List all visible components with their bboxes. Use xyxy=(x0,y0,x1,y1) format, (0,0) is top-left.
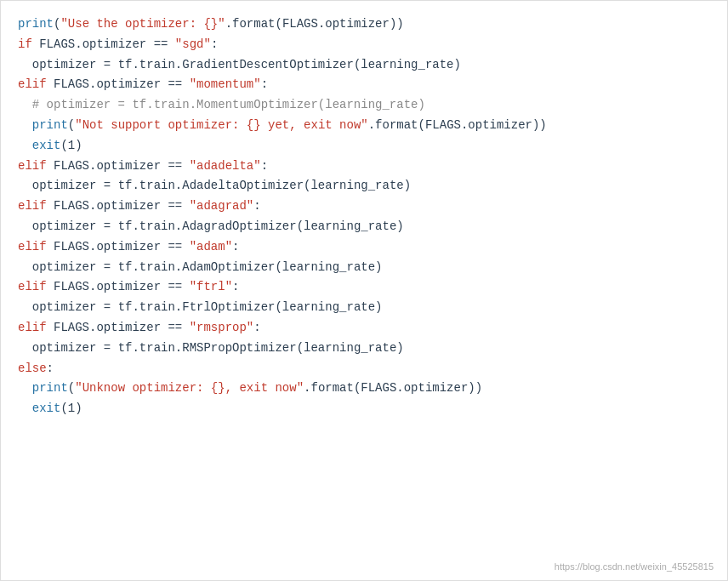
code-line-8: elif FLAGS.optimizer == "adadelta": xyxy=(18,157,710,177)
code-line-10: elif FLAGS.optimizer == "adagrad": xyxy=(18,197,710,217)
code-line-16: elif FLAGS.optimizer == "rmsprop": xyxy=(18,318,710,339)
code-line-18: else: xyxy=(18,359,710,379)
code-line-3: optimizer = tf.train.GradientDescentOpti… xyxy=(18,55,710,76)
code-line-19: print("Unknow optimizer: {}, exit now".f… xyxy=(18,379,710,399)
watermark: https://blog.csdn.net/weixin_45525815 xyxy=(555,561,714,572)
code-line-9: optimizer = tf.train.AdadeltaOptimizer(l… xyxy=(18,176,710,197)
code-line-2: if FLAGS.optimizer == "sgd": xyxy=(18,35,710,55)
code-line-14: elif FLAGS.optimizer == "ftrl": xyxy=(18,277,710,298)
code-line-4: elif FLAGS.optimizer == "momentum": xyxy=(18,75,710,95)
keyword-print-1: print xyxy=(18,17,54,31)
code-line-5: # optimizer = tf.train.MomentumOptimizer… xyxy=(18,95,710,116)
code-line-12: elif FLAGS.optimizer == "adam": xyxy=(18,237,710,258)
code-line-15: optimizer = tf.train.FtrlOptimizer(learn… xyxy=(18,298,710,318)
code-container: print("Use the optimizer: {}".format(FLA… xyxy=(0,0,728,581)
code-line-11: optimizer = tf.train.AdagradOptimizer(le… xyxy=(18,217,710,237)
code-line-7: exit(1) xyxy=(18,136,710,157)
code-line-1: print("Use the optimizer: {}".format(FLA… xyxy=(18,14,710,35)
code-line-13: optimizer = tf.train.AdamOptimizer(learn… xyxy=(18,258,710,278)
code-line-20: exit(1) xyxy=(18,399,710,419)
code-line-17: optimizer = tf.train.RMSPropOptimizer(le… xyxy=(18,339,710,359)
code-line-6: print("Not support optimizer: {} yet, ex… xyxy=(18,116,710,136)
